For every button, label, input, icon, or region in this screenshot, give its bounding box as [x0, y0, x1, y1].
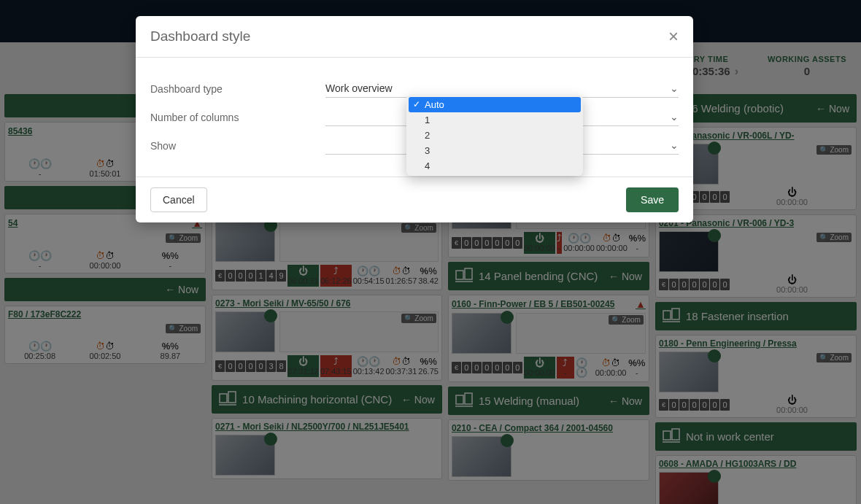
dropdown-option[interactable]: 1	[409, 112, 581, 128]
num-columns-label: Number of columns	[150, 112, 325, 123]
dropdown-option[interactable]: 2	[409, 128, 581, 143]
modal-footer: Cancel Save	[136, 177, 693, 222]
dropdown-option[interactable]: Auto	[409, 97, 581, 112]
modal-header: Dashboard style ×	[136, 16, 693, 58]
chevron-down-icon: ⌄	[670, 82, 679, 94]
chevron-down-icon: ⌄	[670, 139, 679, 151]
modal-title: Dashboard style	[150, 28, 250, 44]
close-icon[interactable]: ×	[668, 28, 679, 45]
cancel-button[interactable]: Cancel	[150, 187, 207, 212]
show-label: Show	[150, 140, 325, 152]
num-columns-dropdown[interactable]: Auto1234	[406, 95, 583, 176]
save-button[interactable]: Save	[626, 187, 679, 212]
dropdown-option[interactable]: 3	[409, 143, 581, 158]
dashboard-type-label: Dashboard type	[150, 83, 325, 95]
dropdown-option[interactable]: 4	[409, 158, 581, 174]
chevron-down-icon: ⌄	[670, 111, 679, 123]
